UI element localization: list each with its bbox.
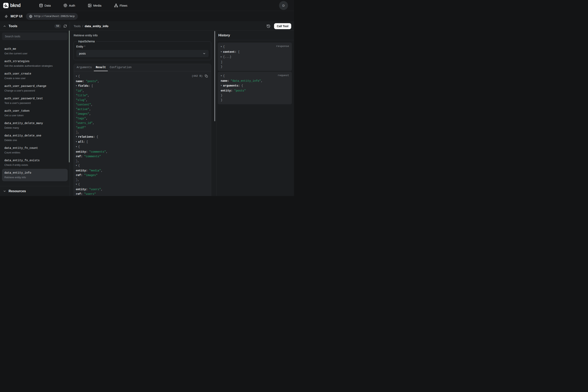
json-string-value: "content" xyxy=(76,103,91,106)
nav-item-label: Auth xyxy=(69,4,75,7)
entity-select[interactable]: posts xyxy=(76,50,208,57)
tool-list-item[interactable]: data_entity_delete_one Delete one xyxy=(2,132,68,144)
result-json-viewer: ▼{ name:"posts", ▼fields:[ "id", "title"… xyxy=(74,71,211,196)
result-meta: (442 B) xyxy=(192,74,208,78)
json-line: "slug", xyxy=(76,98,208,102)
sidebar-scrollbar[interactable] xyxy=(69,30,70,162)
nav-item[interactable]: Data xyxy=(39,4,51,8)
json-line: "title", xyxy=(76,93,208,98)
tool-name: auth_user_create xyxy=(4,72,65,76)
tool-list-item[interactable]: data_entity_delete_many Delete many xyxy=(2,119,68,132)
json-line: name:"data_entity_info", xyxy=(221,79,289,84)
history-card-type-label: response xyxy=(276,45,289,48)
expand-toggle-icon[interactable]: ▼ xyxy=(76,145,77,149)
json-string-value: "users" xyxy=(84,192,96,196)
expand-toggle-icon[interactable]: ▼ xyxy=(76,164,77,168)
expand-toggle-icon[interactable]: ▼ xyxy=(221,50,222,54)
json-line: entity:"media", xyxy=(76,168,208,173)
tool-list-item[interactable]: data_entity_fn_count Count entities xyxy=(2,144,68,156)
breadcrumb-tools-link[interactable]: Tools xyxy=(74,24,81,28)
search-tools-input[interactable] xyxy=(2,32,68,40)
tools-count-badge: 50 xyxy=(54,24,61,28)
tools-section-title: Tools xyxy=(8,24,17,28)
nav-item-icon xyxy=(39,4,43,8)
expand-toggle-icon[interactable]: ▼ xyxy=(221,44,222,49)
json-punctuation: { xyxy=(223,74,224,78)
brand-name: bknd xyxy=(10,3,20,8)
copy-result-button[interactable] xyxy=(205,74,208,78)
input-schema-legend: InputSchema xyxy=(77,40,96,43)
json-line: "tags", xyxy=(76,116,208,121)
globe-icon xyxy=(29,15,32,18)
history-card[interactable]: request ▼{ name:"data_entity_info", ▼ar xyxy=(218,72,292,104)
mcp-server-url[interactable]: http://localhost:28623/mcp xyxy=(26,13,78,20)
tab[interactable]: Configuration xyxy=(108,64,134,71)
tab[interactable]: Arguments xyxy=(75,64,94,71)
json-string-value: "comments" xyxy=(84,155,101,158)
json-punctuation: , xyxy=(101,188,103,191)
brand-logo[interactable]: bknd xyxy=(3,3,20,8)
history-card[interactable]: response ▼{ ▼content:[ ▶{...} xyxy=(218,42,292,71)
expand-toggle-icon[interactable]: ▼ xyxy=(76,140,77,144)
tool-description: Retrieve entity info xyxy=(4,176,65,179)
nav-item[interactable]: Flows xyxy=(114,4,127,8)
resources-section-header[interactable]: Resources xyxy=(0,186,70,196)
json-line: ▼relations:{ xyxy=(76,135,208,140)
expand-toggle-icon[interactable]: ▼ xyxy=(76,74,77,79)
refresh-tools-button[interactable] xyxy=(63,24,67,28)
json-punctuation: [ xyxy=(91,84,93,88)
expand-toggle-icon[interactable]: ▼ xyxy=(76,182,77,187)
tool-list-item[interactable]: auth_user_password_change Change a user'… xyxy=(2,82,68,94)
tool-list-item[interactable]: data_entity_info Retrieve entity info xyxy=(2,169,68,181)
tool-list-item[interactable]: auth_me Get the current user xyxy=(2,45,68,57)
expand-toggle-icon[interactable]: ▼ xyxy=(76,84,77,88)
json-line: } xyxy=(221,98,289,103)
json-line: ▼{ xyxy=(76,74,208,79)
history-card-type-label: request xyxy=(278,74,289,77)
tool-list-item[interactable]: auth_strategies Get the available authen… xyxy=(2,57,68,70)
json-punctuation: [ xyxy=(238,50,240,54)
history-clock-icon xyxy=(266,24,270,28)
user-avatar[interactable]: D xyxy=(279,1,288,10)
json-punctuation: } xyxy=(221,65,222,68)
json-line: entity:"posts" xyxy=(221,88,289,93)
expand-toggle-icon[interactable]: ▼ xyxy=(221,84,222,88)
json-punctuation: , xyxy=(98,80,99,83)
tab[interactable]: Result xyxy=(94,64,108,71)
collapse-chevron-up-icon[interactable] xyxy=(3,24,6,28)
nav-item[interactable]: Media xyxy=(88,4,101,8)
required-asterisk: * xyxy=(84,45,85,48)
json-line: ▶{...} xyxy=(221,55,289,60)
call-tool-button[interactable]: Call Tool xyxy=(274,23,291,29)
expand-toggle-icon[interactable]: ▼ xyxy=(76,135,77,139)
json-string-value: "images" xyxy=(84,174,98,177)
tool-list-item[interactable]: auth_user_create Create a new user xyxy=(2,70,68,82)
json-string-value: "data_entity_info" xyxy=(231,79,261,82)
history-button[interactable] xyxy=(266,24,270,28)
json-string-value: "images" xyxy=(76,112,89,116)
expand-toggle-icon[interactable]: ▼ xyxy=(221,74,222,78)
expand-toggle-icon[interactable]: ▶ xyxy=(221,55,222,60)
mcp-logo-icon xyxy=(4,14,8,18)
json-string-value: "media" xyxy=(89,169,101,172)
json-key: arguments: xyxy=(223,84,240,87)
nav-item[interactable]: Auth xyxy=(63,4,75,8)
json-key: ref: xyxy=(76,174,83,177)
tool-name: auth_user_password_change xyxy=(4,84,65,88)
tool-name: data_entity_delete_many xyxy=(4,121,65,126)
nav-item-icon xyxy=(88,4,92,8)
main-scrollbar[interactable] xyxy=(214,31,215,121)
expand-chevron-down-icon xyxy=(3,190,6,193)
tool-list-item[interactable]: auth_user_token Get a user token xyxy=(2,107,68,119)
entity-field-label: Entity* xyxy=(76,45,208,48)
tool-detail-header: Tools / data_entity_info Call Tool xyxy=(70,22,294,30)
tool-detail-panel: Retrieve entity info InputSchema Entity*… xyxy=(70,30,216,196)
json-punctuation: , xyxy=(261,79,262,82)
tool-list-item[interactable]: auth_user_password_test Test a user's pa… xyxy=(2,94,68,107)
tool-list-item[interactable]: data_entity_fn_exists Check if entity ex… xyxy=(2,156,68,169)
mcp-title: MCP UI xyxy=(10,14,22,18)
json-line: entity:"comments", xyxy=(76,150,208,154)
history-panel-title: History xyxy=(217,30,294,40)
tool-description: Check if entity exists xyxy=(4,163,65,167)
json-line: name:"posts", xyxy=(76,79,208,84)
